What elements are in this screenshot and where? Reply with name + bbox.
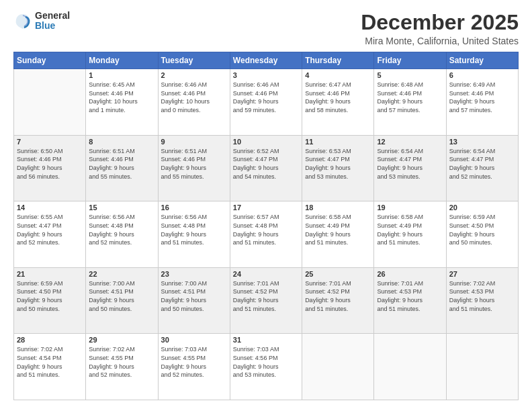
calendar-cell: 20Sunrise: 6:59 AM Sunset: 4:50 PM Dayli… (446, 201, 518, 268)
day-number: 30 (161, 336, 227, 344)
logo-blue-text: Blue (35, 21, 70, 31)
day-number: 25 (305, 270, 371, 278)
day-number: 31 (233, 336, 299, 344)
day-info: Sunrise: 6:52 AM Sunset: 4:47 PM Dayligh… (233, 147, 299, 181)
calendar-week-row: 1Sunrise: 6:45 AM Sunset: 4:46 PM Daylig… (14, 69, 519, 136)
calendar-cell: 1Sunrise: 6:45 AM Sunset: 4:46 PM Daylig… (86, 69, 158, 136)
weekday-header: Wednesday (230, 52, 302, 69)
day-info: Sunrise: 6:49 AM Sunset: 4:46 PM Dayligh… (449, 81, 515, 114)
day-info: Sunrise: 6:48 AM Sunset: 4:46 PM Dayligh… (377, 81, 443, 114)
calendar-cell: 21Sunrise: 6:59 AM Sunset: 4:50 PM Dayli… (14, 267, 86, 334)
calendar-cell: 8Sunrise: 6:51 AM Sunset: 4:46 PM Daylig… (86, 135, 158, 201)
calendar-cell (446, 334, 518, 400)
day-info: Sunrise: 6:47 AM Sunset: 4:46 PM Dayligh… (305, 81, 371, 114)
location: Mira Monte, California, United States (361, 36, 519, 46)
day-number: 11 (305, 138, 371, 146)
logo-icon (13, 11, 32, 30)
day-info: Sunrise: 6:59 AM Sunset: 4:50 PM Dayligh… (17, 279, 83, 313)
day-number: 22 (89, 270, 154, 278)
weekday-header: Thursday (302, 52, 374, 69)
calendar-cell: 23Sunrise: 7:00 AM Sunset: 4:51 PM Dayli… (158, 267, 230, 334)
weekday-header: Monday (86, 52, 158, 69)
calendar-cell: 16Sunrise: 6:56 AM Sunset: 4:48 PM Dayli… (158, 201, 230, 268)
day-info: Sunrise: 7:01 AM Sunset: 4:53 PM Dayligh… (377, 279, 443, 313)
calendar: SundayMondayTuesdayWednesdayThursdayFrid… (13, 52, 519, 400)
day-info: Sunrise: 6:45 AM Sunset: 4:46 PM Dayligh… (89, 81, 154, 114)
day-number: 18 (305, 203, 371, 212)
day-number: 17 (233, 203, 299, 212)
calendar-cell: 11Sunrise: 6:53 AM Sunset: 4:47 PM Dayli… (302, 135, 374, 201)
calendar-cell: 9Sunrise: 6:51 AM Sunset: 4:46 PM Daylig… (158, 135, 230, 201)
calendar-cell: 27Sunrise: 7:02 AM Sunset: 4:53 PM Dayli… (446, 267, 518, 334)
calendar-cell: 2Sunrise: 6:46 AM Sunset: 4:46 PM Daylig… (158, 69, 230, 136)
calendar-cell: 18Sunrise: 6:58 AM Sunset: 4:49 PM Dayli… (302, 201, 374, 268)
calendar-cell: 29Sunrise: 7:02 AM Sunset: 4:55 PM Dayli… (86, 334, 158, 400)
day-info: Sunrise: 7:03 AM Sunset: 4:55 PM Dayligh… (161, 345, 227, 379)
calendar-cell: 7Sunrise: 6:50 AM Sunset: 4:46 PM Daylig… (14, 135, 86, 201)
calendar-cell: 6Sunrise: 6:49 AM Sunset: 4:46 PM Daylig… (446, 69, 518, 136)
day-info: Sunrise: 6:54 AM Sunset: 4:47 PM Dayligh… (377, 147, 443, 181)
page: General Blue December 2025 Mira Monte, C… (0, 0, 532, 411)
day-number: 19 (377, 203, 443, 212)
day-info: Sunrise: 7:03 AM Sunset: 4:56 PM Dayligh… (233, 345, 299, 379)
calendar-cell: 19Sunrise: 6:58 AM Sunset: 4:49 PM Dayli… (374, 201, 446, 268)
day-number: 23 (161, 270, 227, 278)
calendar-week-row: 21Sunrise: 6:59 AM Sunset: 4:50 PM Dayli… (14, 267, 519, 334)
day-number: 10 (233, 138, 299, 146)
day-info: Sunrise: 6:58 AM Sunset: 4:49 PM Dayligh… (305, 213, 371, 246)
calendar-cell: 4Sunrise: 6:47 AM Sunset: 4:46 PM Daylig… (302, 69, 374, 136)
logo-general-text: General (35, 11, 70, 21)
day-info: Sunrise: 6:55 AM Sunset: 4:47 PM Dayligh… (17, 213, 83, 246)
calendar-cell: 15Sunrise: 6:56 AM Sunset: 4:48 PM Dayli… (86, 201, 158, 268)
day-number: 20 (449, 203, 515, 212)
weekday-header: Saturday (446, 52, 518, 69)
calendar-cell: 5Sunrise: 6:48 AM Sunset: 4:46 PM Daylig… (374, 69, 446, 136)
day-info: Sunrise: 7:01 AM Sunset: 4:52 PM Dayligh… (305, 279, 371, 313)
day-number: 2 (161, 71, 227, 79)
day-info: Sunrise: 6:56 AM Sunset: 4:48 PM Dayligh… (161, 213, 227, 246)
header-right: December 2025 Mira Monte, California, Un… (361, 11, 519, 46)
top-section: General Blue December 2025 Mira Monte, C… (13, 11, 519, 46)
day-number: 6 (449, 71, 515, 79)
calendar-cell: 22Sunrise: 7:00 AM Sunset: 4:51 PM Dayli… (86, 267, 158, 334)
calendar-cell (374, 334, 446, 400)
day-number: 9 (161, 138, 227, 146)
day-number: 27 (449, 270, 515, 278)
day-number: 29 (89, 336, 154, 344)
day-number: 8 (89, 138, 154, 146)
day-info: Sunrise: 7:00 AM Sunset: 4:51 PM Dayligh… (161, 279, 227, 313)
calendar-week-row: 14Sunrise: 6:55 AM Sunset: 4:47 PM Dayli… (14, 201, 519, 268)
calendar-cell: 26Sunrise: 7:01 AM Sunset: 4:53 PM Dayli… (374, 267, 446, 334)
weekday-header: Tuesday (158, 52, 230, 69)
day-number: 24 (233, 270, 299, 278)
calendar-cell: 25Sunrise: 7:01 AM Sunset: 4:52 PM Dayli… (302, 267, 374, 334)
day-info: Sunrise: 6:46 AM Sunset: 4:46 PM Dayligh… (233, 81, 299, 114)
calendar-cell: 17Sunrise: 6:57 AM Sunset: 4:48 PM Dayli… (230, 201, 302, 268)
day-number: 14 (17, 203, 83, 212)
month-title: December 2025 (361, 11, 519, 34)
day-number: 3 (233, 71, 299, 79)
day-info: Sunrise: 6:59 AM Sunset: 4:50 PM Dayligh… (449, 213, 515, 246)
calendar-week-row: 28Sunrise: 7:02 AM Sunset: 4:54 PM Dayli… (14, 334, 519, 400)
calendar-cell: 28Sunrise: 7:02 AM Sunset: 4:54 PM Dayli… (14, 334, 86, 400)
day-info: Sunrise: 6:57 AM Sunset: 4:48 PM Dayligh… (233, 213, 299, 246)
day-info: Sunrise: 7:01 AM Sunset: 4:52 PM Dayligh… (233, 279, 299, 313)
day-number: 15 (89, 203, 154, 212)
day-number: 7 (17, 138, 83, 146)
day-number: 26 (377, 270, 443, 278)
logo: General Blue (13, 11, 70, 32)
day-info: Sunrise: 6:56 AM Sunset: 4:48 PM Dayligh… (89, 213, 154, 246)
calendar-cell: 10Sunrise: 6:52 AM Sunset: 4:47 PM Dayli… (230, 135, 302, 201)
day-info: Sunrise: 7:02 AM Sunset: 4:55 PM Dayligh… (89, 345, 154, 379)
day-info: Sunrise: 7:02 AM Sunset: 4:53 PM Dayligh… (449, 279, 515, 313)
day-info: Sunrise: 6:58 AM Sunset: 4:49 PM Dayligh… (377, 213, 443, 246)
calendar-cell: 13Sunrise: 6:54 AM Sunset: 4:47 PM Dayli… (446, 135, 518, 201)
calendar-cell (14, 69, 86, 136)
calendar-cell: 3Sunrise: 6:46 AM Sunset: 4:46 PM Daylig… (230, 69, 302, 136)
day-number: 13 (449, 138, 515, 146)
calendar-header-row: SundayMondayTuesdayWednesdayThursdayFrid… (14, 52, 519, 69)
weekday-header: Friday (374, 52, 446, 69)
day-number: 5 (377, 71, 443, 79)
day-info: Sunrise: 6:53 AM Sunset: 4:47 PM Dayligh… (305, 147, 371, 181)
day-number: 16 (161, 203, 227, 212)
